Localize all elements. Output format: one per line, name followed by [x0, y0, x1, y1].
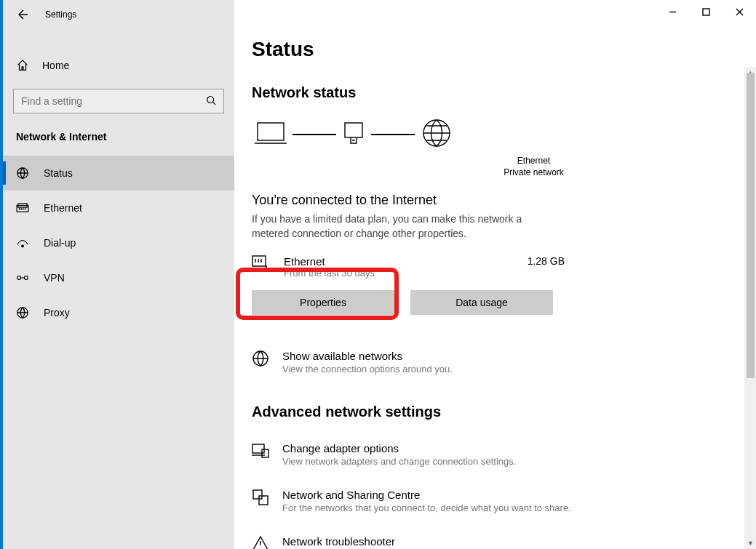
svg-point-6: [24, 276, 28, 280]
sidebar-item-label: Proxy: [44, 307, 70, 318]
sidebar-item-label: Ethernet: [44, 202, 82, 214]
show-available-networks[interactable]: Show available networks View the connect…: [252, 350, 739, 374]
diagram-adapter: Ethernet: [329, 156, 739, 167]
maximize-button[interactable]: [689, 0, 723, 23]
connection-buttons: Properties Data usage: [252, 290, 739, 315]
link-title: Network and Sharing Centre: [282, 489, 571, 501]
titlebar-left: Settings: [3, 0, 234, 29]
svg-point-4: [22, 245, 24, 247]
status-icon: [16, 167, 29, 180]
globe-icon: [421, 117, 453, 151]
diagram-line: [371, 134, 415, 135]
ethernet-port-icon: [252, 255, 271, 275]
change-adapter-options[interactable]: Change adapter options View network adap…: [252, 442, 739, 467]
page-title: Status: [252, 38, 739, 61]
scrollbar[interactable]: ▲ ▼: [744, 67, 756, 549]
svg-rect-17: [259, 496, 268, 505]
link-title: Change adapter options: [282, 442, 516, 454]
diagram-line: [293, 134, 336, 135]
connection-row: Ethernet From the last 30 days 1.28 GB: [252, 255, 565, 278]
globe-small-icon: [252, 350, 269, 369]
scrollbar-thumb[interactable]: [747, 73, 755, 378]
nav-home[interactable]: Home: [3, 44, 234, 80]
diagram-labels: Ethernet Private network: [329, 156, 739, 178]
sidebar: Settings Home Network & Internet Status: [3, 0, 234, 549]
nav-home-label: Home: [42, 60, 69, 71]
svg-rect-16: [253, 490, 262, 499]
sidebar-item-status[interactable]: Status: [3, 156, 234, 191]
connected-desc: If you have a limited data plan, you can…: [252, 212, 543, 241]
close-button[interactable]: [723, 0, 756, 23]
properties-button[interactable]: Properties: [252, 290, 394, 315]
main: Status Network status Ethernet Private n…: [234, 0, 756, 549]
sidebar-item-label: VPN: [44, 272, 65, 284]
section-network-status: Network status: [252, 84, 739, 101]
sidebar-item-label: Status: [44, 167, 73, 179]
sharing-icon: [252, 489, 269, 508]
app-title: Settings: [45, 9, 76, 20]
data-usage-button[interactable]: Data usage: [410, 290, 553, 315]
search-box[interactable]: [13, 89, 224, 113]
diagram-network-type: Private network: [329, 167, 739, 179]
svg-rect-9: [258, 123, 284, 140]
sidebar-item-label: Dial-up: [44, 237, 76, 249]
svg-rect-12: [252, 256, 266, 266]
sidebar-item-dialup[interactable]: Dial-up: [3, 225, 234, 260]
svg-point-5: [17, 276, 21, 280]
svg-rect-8: [703, 9, 709, 15]
svg-point-0: [207, 96, 214, 103]
network-sharing-centre[interactable]: Network and Sharing Centre For the netwo…: [252, 489, 739, 513]
category-title: Network & Internet: [3, 125, 234, 156]
link-sub: View network adapters and change connect…: [282, 456, 516, 467]
back-icon[interactable]: [16, 9, 28, 20]
svg-rect-10: [345, 123, 362, 137]
sidebar-item-ethernet[interactable]: Ethernet: [3, 191, 234, 225]
connection-usage: 1.28 GB: [528, 255, 565, 267]
warning-icon: [252, 535, 269, 549]
sidebar-item-proxy[interactable]: Proxy: [3, 295, 234, 330]
home-icon: [16, 59, 29, 72]
connected-heading: You're connected to the Internet: [252, 193, 739, 208]
link-sub: View the connection options around you.: [282, 364, 453, 374]
adapter-icon: [252, 442, 269, 460]
section-advanced: Advanced network settings: [252, 404, 739, 420]
ethernet-icon: [16, 203, 29, 213]
network-troubleshooter[interactable]: Network troubleshooter Diagnose and fix …: [252, 535, 739, 549]
vpn-icon: [16, 273, 29, 283]
titlebar-right: [656, 0, 756, 23]
sidebar-item-vpn[interactable]: VPN: [3, 260, 234, 295]
router-icon: [342, 120, 365, 148]
link-title: Show available networks: [282, 350, 453, 362]
link-title: Network troubleshooter: [282, 535, 433, 548]
connection-subtitle: From the last 30 days: [284, 268, 514, 278]
dialup-icon: [16, 238, 29, 248]
minimize-button[interactable]: [656, 0, 689, 23]
computer-icon: [255, 120, 287, 148]
connection-name: Ethernet: [284, 255, 514, 268]
search-input[interactable]: [21, 95, 196, 107]
scroll-down-icon[interactable]: ▼: [745, 537, 756, 549]
link-sub: For the networks that you connect to, de…: [282, 502, 571, 513]
content: Status Network status Ethernet Private n…: [252, 29, 739, 549]
search-icon: [206, 95, 216, 108]
proxy-icon: [16, 306, 29, 319]
network-diagram: [255, 117, 739, 151]
